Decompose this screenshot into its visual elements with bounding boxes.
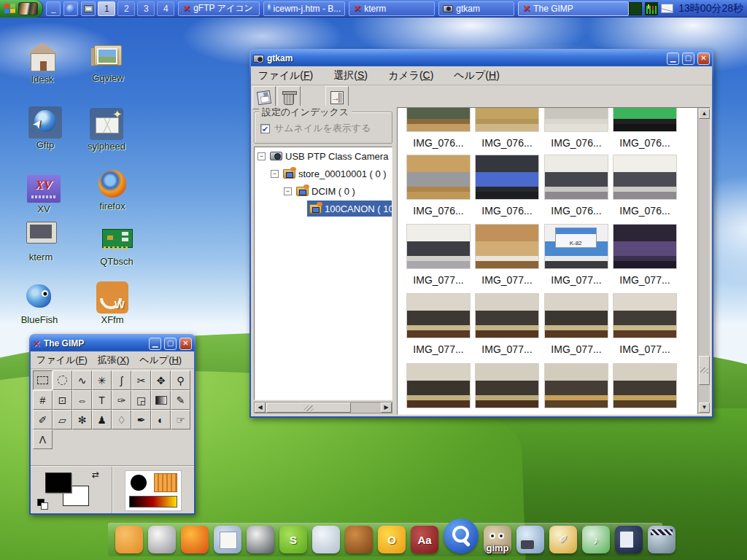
gtkam-menu-S[interactable]: 選択(S) bbox=[333, 69, 368, 82]
desktop-icon-gftp[interactable]: Gftp bbox=[20, 106, 70, 150]
dock-music-icon[interactable]: ♪ bbox=[582, 526, 610, 553]
default-colors-icon[interactable] bbox=[37, 499, 44, 506]
mail-tray-icon[interactable] bbox=[661, 4, 673, 13]
dock-external-drive-icon[interactable] bbox=[115, 526, 143, 553]
ink-tool[interactable]: ✒ bbox=[131, 410, 151, 429]
scroll-left-arrow[interactable]: ◀ bbox=[255, 402, 266, 413]
tree-item[interactable]: 100CANON ( 101 ) bbox=[307, 201, 392, 217]
photo-filename[interactable]: IMG_077... bbox=[469, 343, 545, 357]
swap-colors-icon[interactable]: ⇄ bbox=[92, 470, 99, 480]
gtkam-menu-C[interactable]: カメラ(C) bbox=[388, 69, 433, 82]
tree-item[interactable]: DCIM ( 0 ) bbox=[294, 183, 392, 199]
task-button[interactable]: ✕kterm bbox=[349, 1, 435, 16]
photo-thumbnail[interactable] bbox=[406, 155, 471, 200]
bezier-select-tool[interactable]: ʃ bbox=[112, 370, 131, 390]
photo-filename[interactable]: IMG_076... bbox=[400, 205, 476, 218]
start-button[interactable] bbox=[0, 0, 43, 18]
checkbox-icon[interactable]: ✔ bbox=[260, 124, 270, 133]
desktop-icon-qtbsch[interactable]: QTbsch bbox=[92, 223, 142, 267]
clone-tool[interactable]: ♟ bbox=[92, 410, 112, 429]
photo-thumbnail[interactable] bbox=[406, 224, 471, 269]
desktop-icon-firefox[interactable]: firefox bbox=[88, 168, 137, 211]
scissors-tool[interactable]: ✂ bbox=[131, 370, 151, 390]
photo-thumbnail[interactable] bbox=[544, 363, 608, 408]
gimp-menu-H[interactable]: ヘルプ(H) bbox=[139, 354, 182, 367]
dock-movie-icon[interactable] bbox=[648, 526, 676, 553]
photo-filename[interactable]: IMG_077... bbox=[400, 274, 476, 287]
photo-thumbnail[interactable] bbox=[475, 363, 539, 408]
photo-filename[interactable]: IMG_076... bbox=[607, 137, 683, 150]
tree-row[interactable]: 100CANON ( 101 ) bbox=[255, 200, 392, 217]
measure-tool[interactable]: Λ bbox=[33, 429, 53, 449]
thumbnail-checkbox-row[interactable]: ✔ サムネイルを表示する bbox=[260, 122, 392, 135]
eraser-tool[interactable]: ▱ bbox=[53, 410, 72, 429]
tree-item[interactable]: store_00010001 ( 0 ) bbox=[281, 166, 392, 182]
foreground-color-swatch[interactable] bbox=[45, 472, 71, 493]
active-pattern-swatch[interactable] bbox=[154, 473, 177, 492]
photo-filename[interactable]: IMG_077... bbox=[538, 343, 614, 357]
minimized-window-button[interactable]: _ bbox=[46, 1, 61, 16]
photo-thumbnail[interactable] bbox=[613, 108, 677, 132]
quicklaunch-app-button[interactable] bbox=[63, 1, 78, 16]
dock-dictionary-icon[interactable]: Aa bbox=[411, 526, 438, 553]
dodge-burn-tool[interactable]: ◐ bbox=[151, 410, 171, 429]
active-gradient-swatch[interactable] bbox=[129, 496, 177, 508]
minimize-button[interactable]: ▁ bbox=[149, 338, 161, 350]
desktop-icon-xffm[interactable]: XFfm bbox=[88, 281, 137, 325]
photo-filename[interactable]: IMG_076... bbox=[607, 205, 683, 218]
network-monitor[interactable] bbox=[645, 2, 658, 15]
workspace-button-2[interactable]: 2 bbox=[117, 1, 135, 16]
free-select-tool[interactable]: ∿ bbox=[72, 370, 92, 390]
desktop-icon-xv[interactable]: XV bbox=[19, 172, 69, 214]
task-button[interactable]: ✕gFTP アイコン bbox=[178, 1, 260, 16]
task-button[interactable]: icewm-j.htm - B... bbox=[263, 1, 345, 16]
scroll-up-arrow[interactable]: ▲ bbox=[699, 109, 710, 119]
photo-thumbnail[interactable] bbox=[544, 293, 608, 338]
dock-mail-icon[interactable] bbox=[214, 526, 241, 553]
tree-row[interactable]: −DCIM ( 0 ) bbox=[255, 182, 392, 200]
magnify-tool[interactable]: ⚲ bbox=[171, 370, 190, 390]
desktop-icon-bluefish[interactable]: BlueFish bbox=[15, 281, 64, 325]
scrollbar-thumb[interactable] bbox=[699, 356, 710, 385]
maximize-button[interactable]: ▢ bbox=[682, 52, 694, 65]
photo-thumbnail[interactable] bbox=[406, 108, 471, 132]
transform-tool[interactable]: ⊡ bbox=[53, 390, 72, 410]
maximize-button[interactable]: ▢ bbox=[164, 338, 177, 350]
gtkam-menu-H[interactable]: ヘルプ(H) bbox=[454, 69, 499, 82]
photo-thumbnail[interactable] bbox=[475, 293, 539, 338]
ellipse-select-tool[interactable] bbox=[53, 370, 72, 390]
tree-expander[interactable]: − bbox=[258, 152, 266, 160]
dock-firefox-icon[interactable] bbox=[181, 526, 209, 553]
scroll-right-arrow[interactable]: ▶ bbox=[381, 402, 392, 413]
photo-thumbnail[interactable] bbox=[475, 108, 539, 132]
photo-thumbnail[interactable] bbox=[544, 155, 608, 200]
text-tool[interactable]: T bbox=[92, 390, 112, 410]
tree-expander[interactable]: − bbox=[284, 187, 292, 195]
paintbrush-tool[interactable]: ✐ bbox=[33, 410, 53, 429]
dock-photos-icon[interactable] bbox=[516, 526, 544, 553]
convolve-tool[interactable]: ♢ bbox=[112, 410, 131, 429]
quicklaunch-monitor-button[interactable] bbox=[81, 1, 96, 16]
dock-notes-icon[interactable] bbox=[615, 526, 643, 553]
flip-tool[interactable]: ⇔ bbox=[72, 390, 92, 410]
photo-filename[interactable]: IMG_077... bbox=[607, 343, 683, 357]
rect-select-tool[interactable] bbox=[33, 370, 53, 390]
gtkam-titlebar[interactable]: gtkam ▁ ▢ ✕ bbox=[251, 50, 712, 66]
photo-filename[interactable]: IMG_076... bbox=[538, 205, 614, 218]
photo-thumbnail[interactable] bbox=[406, 293, 471, 338]
photo-thumbnail[interactable]: K-82 bbox=[544, 224, 608, 269]
dock-gimp-icon[interactable]: gimp bbox=[484, 526, 511, 553]
photo-filename[interactable]: IMG_076... bbox=[400, 137, 476, 150]
photo-thumbnail[interactable] bbox=[613, 155, 677, 200]
dock-lightbulb-icon[interactable] bbox=[312, 526, 340, 553]
blend-tool[interactable] bbox=[151, 390, 171, 410]
photo-filename[interactable]: IMG_077... bbox=[469, 274, 545, 287]
desktop-icon-sylpheed[interactable]: sylpheed bbox=[82, 108, 131, 152]
photo-thumbnail[interactable] bbox=[613, 363, 677, 408]
photo-thumbnail[interactable] bbox=[475, 224, 539, 269]
cpu-monitor[interactable] bbox=[629, 2, 642, 15]
photo-thumbnail[interactable] bbox=[544, 108, 608, 132]
dock-paint-icon[interactable]: ✐ bbox=[549, 526, 577, 553]
dock-game-controller-icon[interactable] bbox=[148, 526, 176, 553]
smudge-tool[interactable]: ☞ bbox=[171, 410, 190, 429]
